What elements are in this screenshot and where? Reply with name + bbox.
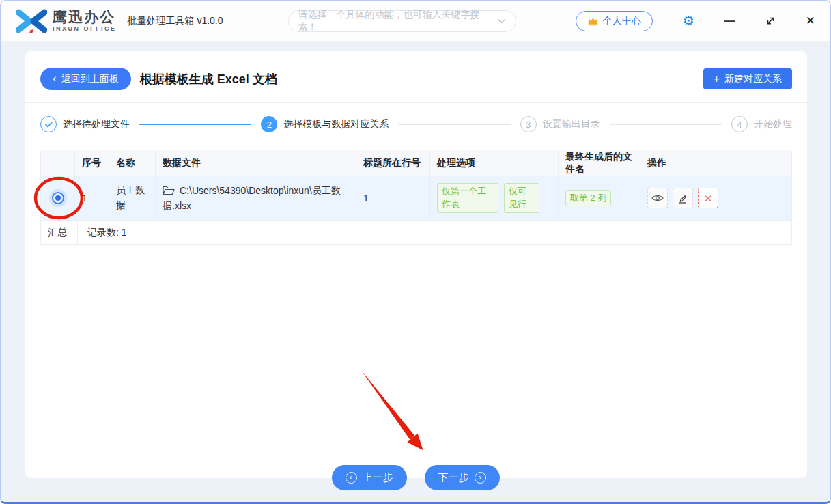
- step-connector: [610, 124, 722, 125]
- step-connector: [139, 124, 251, 125]
- main-area: ‹ 返回到主面板 根据模板生成 Excel 文档 + 新建对应关系: [1, 42, 830, 503]
- maximize-button[interactable]: [765, 16, 776, 26]
- user-center-button[interactable]: 个人中心: [576, 11, 653, 31]
- check-icon: [44, 121, 53, 128]
- close-button[interactable]: ✕: [806, 14, 815, 28]
- step-3-output-dir: 3 设置输出目录: [520, 116, 600, 132]
- delete-x-icon: ✕: [704, 193, 713, 204]
- step-connector: [398, 124, 510, 125]
- brand-name-cn: 鹰迅办公: [53, 10, 117, 24]
- prev-step-label: 上一步: [363, 471, 393, 484]
- new-mapping-label: 新建对应关系: [724, 73, 782, 85]
- step-3-label: 设置输出目录: [543, 118, 600, 130]
- header-seq: 序号: [75, 150, 109, 176]
- chevron-down-icon: [497, 18, 506, 24]
- brand-name-en: INXUN OFFICE: [53, 26, 117, 32]
- cell-data-file: C:\Users\54390\Desktop\inxun\员工数据.xlsx: [156, 176, 356, 220]
- cell-output-name: 取第 2 列: [559, 176, 640, 220]
- circle-right-icon: ›: [475, 472, 486, 484]
- cell-radio: [41, 176, 75, 220]
- titlebar: 鹰迅办公 INXUN OFFICE 批量处理工具箱 v1.0.0 请选择一个具体…: [1, 1, 830, 42]
- table-summary-row: 汇总 记录数: 1: [41, 221, 791, 245]
- step-1-circle: [40, 116, 57, 132]
- chevron-left-icon: ‹: [53, 72, 57, 84]
- table-header-row: 序号 名称 数据文件 标题所在行号 处理选项 最终生成后的文件名 操作: [41, 150, 791, 176]
- prev-step-button[interactable]: ‹ 上一步: [332, 465, 407, 490]
- app-window: 鹰迅办公 INXUN OFFICE 批量处理工具箱 v1.0.0 请选择一个具体…: [0, 0, 831, 504]
- data-file-path: C:\Users\54390\Desktop\inxun\员工数据.xlsx: [163, 185, 341, 211]
- summary-label: 汇总: [41, 221, 78, 244]
- view-button[interactable]: [647, 188, 668, 208]
- cell-actions: ✕: [640, 176, 791, 220]
- header-data-file: 数据文件: [156, 150, 356, 176]
- option-tag: 仅第一个工作表: [437, 183, 498, 213]
- folder-icon: [163, 186, 175, 195]
- settings-gear-icon[interactable]: ⚙: [683, 14, 694, 27]
- step-4-start: 4 开始处理: [731, 116, 792, 132]
- new-mapping-button[interactable]: + 新建对应关系: [703, 68, 792, 89]
- app-title: 批量处理工具箱 v1.0.0: [128, 15, 223, 27]
- delete-button[interactable]: ✕: [698, 188, 718, 208]
- step-indicator: 选择待处理文件 2 选择模板与数据对应关系 3 设置输出目录 4 开始处理: [40, 114, 792, 135]
- back-to-dashboard-button[interactable]: ‹ 返回到主面板: [40, 68, 131, 90]
- header-title-row: 标题所在行号: [356, 150, 430, 176]
- step-4-circle: 4: [731, 116, 748, 132]
- row-radio-selected[interactable]: [52, 192, 64, 204]
- step-1-select-files: 选择待处理文件: [40, 116, 130, 132]
- function-search-select[interactable]: 请选择一个具体的功能，也可输入关键字搜索！: [288, 10, 516, 32]
- step-2-label: 选择模板与数据对应关系: [283, 118, 389, 130]
- maximize-icon: [765, 16, 776, 26]
- page-title: 根据模板生成 Excel 文档: [140, 71, 277, 87]
- output-name-tag: 取第 2 列: [565, 190, 611, 207]
- mapping-table: 序号 名称 数据文件 标题所在行号 处理选项 最终生成后的文件名 操作 1 员工…: [40, 150, 792, 245]
- wizard-nav: ‹ 上一步 下一步 ›: [1, 465, 830, 490]
- user-center-label: 个人中心: [603, 15, 641, 27]
- cell-name: 员工数据: [109, 176, 156, 220]
- step-4-label: 开始处理: [754, 118, 792, 130]
- content-card: ‹ 返回到主面板 根据模板生成 Excel 文档 + 新建对应关系: [25, 51, 807, 478]
- summary-text: 记录数: 1: [78, 221, 791, 244]
- eye-icon: [651, 194, 664, 202]
- step-3-circle: 3: [520, 116, 537, 132]
- app-logo: 鹰迅办公 INXUN OFFICE: [16, 8, 117, 35]
- crown-icon: [587, 16, 599, 26]
- table-row: 1 员工数据 C:\Users\54390\Desktop\inxun\员工数据…: [41, 176, 791, 221]
- circle-left-icon: ‹: [346, 472, 357, 484]
- minimize-button[interactable]: —: [724, 15, 735, 27]
- pencil-icon: [678, 193, 688, 204]
- plus-icon: +: [714, 74, 720, 85]
- header-actions: 操作: [640, 150, 791, 176]
- search-placeholder: 请选择一个具体的功能，也可输入关键字搜索！: [298, 9, 497, 33]
- step-2-select-template: 2 选择模板与数据对应关系: [261, 116, 389, 132]
- cell-options: 仅第一个工作表 仅可见行: [430, 178, 559, 219]
- header-name: 名称: [109, 150, 156, 176]
- header-options: 处理选项: [430, 150, 559, 176]
- header-radio: [41, 150, 75, 176]
- cell-seq: 1: [75, 176, 109, 220]
- edit-button[interactable]: [673, 188, 693, 208]
- divider: [25, 102, 807, 103]
- step-1-label: 选择待处理文件: [63, 118, 130, 130]
- cell-title-row: 1: [356, 176, 430, 220]
- header-output-name: 最终生成后的文件名: [559, 150, 640, 176]
- logo-x-icon: [16, 8, 47, 35]
- next-step-label: 下一步: [438, 471, 469, 484]
- back-button-label: 返回到主面板: [61, 73, 119, 85]
- next-step-button[interactable]: 下一步 ›: [425, 465, 500, 490]
- option-tag: 仅可见行: [504, 183, 539, 213]
- step-2-circle: 2: [261, 116, 277, 132]
